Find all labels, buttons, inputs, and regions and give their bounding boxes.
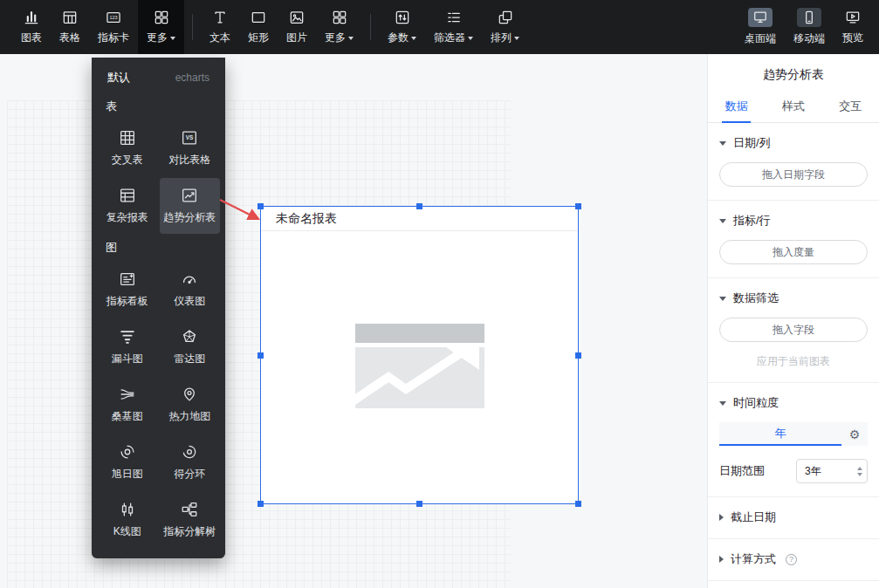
- date-field-dropzone[interactable]: 拖入日期字段: [719, 162, 868, 187]
- section-metric-row-label: 指标/行: [733, 213, 771, 229]
- section-end-date-header[interactable]: 截止日期: [719, 509, 868, 525]
- menu-item-sankey[interactable]: 桑基图: [97, 377, 158, 433]
- menu-item-gauge[interactable]: 仪表图: [160, 262, 221, 318]
- menu-item-vs-table[interactable]: VS 对比表格: [160, 120, 221, 176]
- preview-button[interactable]: 预览: [834, 0, 872, 54]
- filter-scope-note: 应用于当前图表: [719, 354, 868, 369]
- date-range-input[interactable]: 3年: [796, 459, 868, 483]
- resize-handle-ne[interactable]: [575, 203, 581, 209]
- tab-style[interactable]: 样式: [765, 92, 821, 122]
- menu-item-radar[interactable]: 雷达图: [160, 319, 221, 375]
- panel-tabs: 数据 样式 交互: [708, 92, 879, 123]
- menu-item-trend-table[interactable]: 趋势分析表: [160, 178, 221, 234]
- toolbar-image-button[interactable]: 图片: [278, 0, 316, 54]
- toolbar-metric-card-button[interactable]: 123 指标卡: [89, 0, 138, 54]
- toolbar-table-button[interactable]: 表格: [51, 0, 89, 54]
- caret-down-icon: [170, 37, 175, 40]
- filter-field-dropzone[interactable]: 拖入字段: [719, 318, 868, 342]
- more-grid-icon: [153, 9, 170, 26]
- desktop-mode-button[interactable]: 桌面端: [736, 0, 785, 54]
- menu-item-metric-board[interactable]: 指标看板: [97, 262, 158, 318]
- chart-type-dropdown: 默认 echarts 表 交叉表 VS 对比表格 复杂报表: [92, 58, 225, 558]
- toolbar-separator: [192, 14, 193, 40]
- section-metric-row: 指标/行 拖入度量: [708, 201, 879, 278]
- menu-section-charts: 图: [97, 236, 220, 262]
- mobile-mode-label: 移动端: [793, 31, 825, 46]
- mobile-icon: [797, 8, 821, 27]
- resize-handle-e[interactable]: [575, 352, 581, 359]
- tab-echarts[interactable]: echarts: [175, 72, 209, 84]
- gear-icon[interactable]: ⚙: [841, 422, 868, 446]
- more-grid-icon: [331, 9, 348, 26]
- tab-interaction[interactable]: 交互: [822, 92, 879, 122]
- top-toolbar: 图表 表格 123 指标卡 更多 文本: [0, 0, 879, 54]
- menu-item-cross-table[interactable]: 交叉表: [97, 120, 158, 176]
- measure-dropzone[interactable]: 拖入度量: [719, 240, 868, 264]
- menu-item-sunburst[interactable]: 旭日图: [97, 434, 158, 490]
- menu-item-heat-map[interactable]: 热力地图: [160, 377, 221, 433]
- section-calc-method-header[interactable]: 计算方式 ?: [719, 551, 868, 567]
- resize-handle-n[interactable]: [416, 203, 422, 209]
- mobile-mode-button[interactable]: 移动端: [785, 0, 834, 54]
- section-date-column-label: 日期/列: [733, 135, 771, 151]
- toolbar-arrange-button[interactable]: 排列: [482, 0, 528, 54]
- granularity-tab-year[interactable]: 年: [719, 422, 841, 446]
- collapse-down-icon: [719, 401, 726, 406]
- menu-item-kline[interactable]: K线图: [97, 492, 158, 548]
- caret-down-icon: [411, 37, 416, 40]
- date-range-label: 日期范围: [719, 463, 765, 479]
- menu-item-complex-report[interactable]: 复杂报表: [97, 178, 158, 234]
- workspace: 未命名报表: [0, 54, 879, 588]
- section-metric-row-header[interactable]: 指标/行: [719, 213, 868, 229]
- rectangle-icon: [250, 9, 267, 26]
- menu-item-score-ring[interactable]: 得分环: [160, 434, 221, 490]
- tab-default[interactable]: 默认: [107, 70, 130, 85]
- section-date-column-header[interactable]: 日期/列: [719, 135, 868, 151]
- section-calc-method-label: 计算方式: [731, 551, 776, 567]
- toolbar-table-label: 表格: [59, 31, 80, 45]
- resize-handle-sw[interactable]: [258, 501, 264, 507]
- toolbar-more-charts-button[interactable]: 更多: [138, 0, 184, 54]
- image-icon: [288, 9, 306, 26]
- collapse-down-icon: [719, 141, 726, 146]
- stepper-down-icon[interactable]: [857, 473, 862, 476]
- toolbar-chart-button[interactable]: 图表: [12, 0, 51, 54]
- gauge-icon: [180, 270, 199, 289]
- section-end-date: 截止日期: [708, 497, 879, 539]
- toolbar-params-label: 参数: [388, 31, 409, 45]
- section-data-filter-header[interactable]: 数据筛选: [719, 291, 868, 306]
- toolbar-more-media-button[interactable]: 更多: [316, 0, 362, 54]
- selected-chart-widget[interactable]: 未命名报表: [260, 206, 579, 504]
- resize-handle-se[interactable]: [575, 501, 581, 507]
- resize-handle-nw[interactable]: [258, 203, 264, 209]
- menu-item-decomposition-tree[interactable]: 指标分解树: [160, 492, 221, 548]
- resize-handle-w[interactable]: [258, 352, 264, 359]
- info-icon[interactable]: ?: [786, 554, 797, 565]
- toolbar-filter-label: 筛选器: [434, 31, 465, 45]
- tab-data[interactable]: 数据: [708, 92, 765, 122]
- toolbar-params-button[interactable]: 参数: [379, 0, 425, 54]
- section-data-filter: 数据筛选 拖入字段 应用于当前图表: [708, 278, 879, 383]
- placeholder-chart-area: [355, 347, 484, 408]
- toolbar-text-label: 文本: [209, 31, 230, 45]
- section-time-granularity-header[interactable]: 时间粒度: [719, 395, 868, 411]
- toolbar-rectangle-button[interactable]: 矩形: [239, 0, 278, 54]
- stepper: [857, 460, 862, 482]
- resize-handle-s[interactable]: [416, 501, 422, 507]
- text-icon: [211, 9, 229, 26]
- caret-down-icon: [468, 37, 473, 40]
- candlestick-icon: [118, 500, 137, 519]
- toolbar-separator: [370, 14, 371, 40]
- stepper-up-icon[interactable]: [857, 467, 862, 470]
- menu-grid-tables: 交叉表 VS 对比表格 复杂报表 趋势分析表: [97, 120, 220, 234]
- menu-section-tables: 表: [97, 94, 220, 120]
- properties-panel: 趋势分析表 数据 样式 交互 日期/列 拖入日期字段 指标/行 拖入度量: [707, 54, 879, 588]
- toolbar-text-button[interactable]: 文本: [201, 0, 239, 54]
- caret-down-icon: [348, 37, 354, 40]
- date-range-row: 日期范围 3年: [719, 459, 868, 483]
- toolbar-filter-button[interactable]: 筛选器: [425, 0, 482, 54]
- section-time-granularity-label: 时间粒度: [733, 395, 779, 411]
- toolbar-right-group: 桌面端 移动端 预览: [736, 0, 879, 54]
- toolbar-more-media-label: 更多: [325, 31, 346, 45]
- menu-item-funnel[interactable]: 漏斗图: [97, 319, 158, 375]
